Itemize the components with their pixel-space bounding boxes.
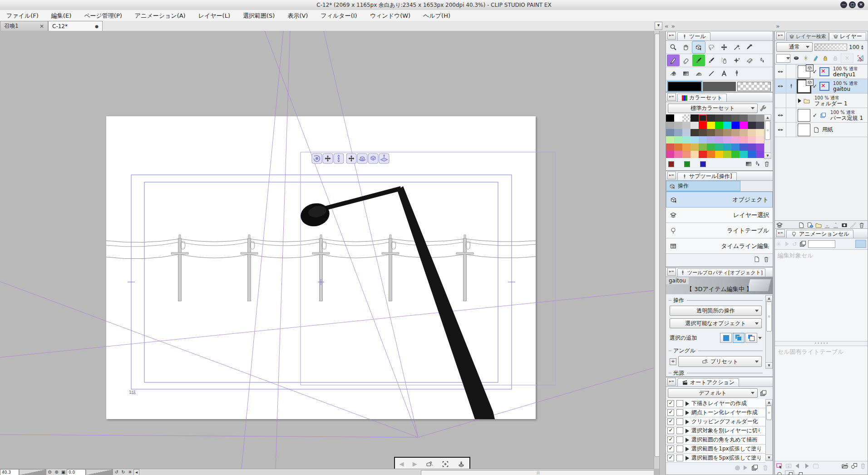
opacity-value[interactable]: 100 — [849, 44, 859, 50]
action-enabled-checkbox[interactable]: ✓ — [667, 400, 674, 407]
color-swatch[interactable] — [731, 114, 740, 122]
menu-animation[interactable]: アニメーション(A) — [128, 10, 192, 21]
color-swatch[interactable] — [666, 129, 674, 136]
rotate-slider[interactable] — [86, 469, 113, 475]
panel-menu-icon[interactable]: ▸≡ — [667, 268, 676, 276]
prev-cel-icon[interactable] — [794, 462, 801, 470]
action-dialog-checkbox[interactable] — [676, 436, 683, 443]
sub-tool-layer-select[interactable]: レイヤー選択 — [666, 208, 773, 223]
visibility-eye-icon[interactable] — [775, 79, 786, 93]
action-dialog-checkbox[interactable] — [676, 427, 683, 434]
auto-action-row[interactable]: ✓下描きレイヤーの作成 — [666, 399, 765, 408]
panel-menu-icon[interactable]: ▸≡ — [667, 172, 676, 179]
gradient-tool[interactable] — [680, 68, 692, 79]
color-swatch[interactable] — [723, 122, 731, 129]
cel-stack-icon[interactable] — [799, 240, 806, 247]
collapse-right-icon[interactable]: » — [670, 23, 676, 30]
history-swatch[interactable] — [700, 161, 706, 167]
expand-play-icon[interactable] — [686, 420, 689, 424]
color-swatch[interactable] — [748, 143, 756, 151]
select-add-button[interactable] — [733, 333, 745, 343]
action-enabled-checkbox[interactable]: ✓ — [667, 445, 674, 452]
auto-action-row[interactable]: ✓選択範囲を1px拡張して塗りつぶし — [666, 445, 765, 454]
color-swatch[interactable] — [756, 114, 764, 122]
next-icon[interactable]: ▶ — [413, 460, 417, 467]
pan-camera-icon[interactable] — [323, 153, 333, 163]
text-tool[interactable] — [718, 68, 730, 79]
tool-property-tab[interactable]: ツールプロパティ[オブジェクト] — [677, 268, 765, 277]
color-swatch[interactable] — [731, 151, 740, 158]
color-swatch[interactable] — [740, 129, 748, 136]
color-swatch[interactable] — [756, 143, 764, 151]
color-swatch[interactable] — [707, 143, 715, 151]
delete-layer-icon[interactable] — [858, 222, 865, 229]
ruler-pen-icon[interactable] — [849, 222, 857, 229]
color-swatch[interactable] — [756, 122, 764, 129]
delete-color-icon[interactable] — [763, 160, 770, 168]
transparent-op-dropdown[interactable]: 透明箇所の操作 — [670, 306, 762, 316]
action-dialog-checkbox[interactable] — [676, 455, 683, 461]
auto-action-row[interactable]: ✓クリッピングフォルダー化 — [666, 417, 765, 426]
sub-tool-tab[interactable]: サブツール[操作] — [677, 172, 737, 180]
scroll-thumb[interactable]: ≡ — [765, 121, 770, 140]
color-swatch[interactable] — [682, 143, 690, 151]
add-colorset-icon[interactable] — [745, 160, 752, 168]
fill-bucket-tool[interactable] — [667, 68, 680, 79]
panel-dropdown-button[interactable]: ▼ — [655, 22, 662, 30]
menu-view[interactable]: 表示(V) — [281, 10, 314, 21]
selectable-obj-dropdown[interactable]: 選択可能なオブジェクト — [670, 318, 762, 328]
layer-tab[interactable]: レイヤー — [829, 32, 866, 40]
color-swatch[interactable] — [690, 143, 699, 151]
new-frame-icon[interactable] — [812, 462, 819, 470]
rotate-camera-icon[interactable] — [312, 153, 322, 163]
color-swatch[interactable] — [756, 129, 764, 136]
layer-row-folder1[interactable]: 100 % 通常 フォルダー 1 — [775, 94, 868, 108]
panel-menu-icon[interactable]: ▸≡ — [776, 229, 785, 237]
add-color-icon[interactable] — [754, 160, 761, 168]
color-swatch[interactable] — [740, 136, 748, 143]
expand-plus-icon[interactable]: + — [670, 358, 676, 365]
scroll-left-icon[interactable]: ◂ — [133, 469, 139, 475]
color-swatch[interactable] — [699, 129, 707, 136]
color-swatch[interactable] — [723, 143, 731, 151]
bulb-paper-button[interactable] — [785, 470, 794, 475]
sub-tool-object[interactable]: オブジェクト — [666, 192, 773, 208]
canvas-horizontal-scrollbar[interactable]: ||| — [139, 470, 654, 475]
color-swatch[interactable] — [748, 136, 756, 143]
action-dialog-checkbox[interactable] — [676, 418, 683, 425]
tool-panel-tab[interactable]: ツール — [677, 32, 710, 40]
color-swatch[interactable] — [740, 151, 748, 158]
merge-up-icon[interactable] — [832, 222, 839, 229]
color-swatch[interactable] — [682, 129, 690, 136]
cel-color-button[interactable] — [855, 240, 866, 248]
auto-action-tab[interactable]: オートアクション — [677, 378, 739, 386]
menu-edit[interactable]: 編集(E) — [45, 10, 78, 21]
decoration-tool[interactable] — [692, 54, 705, 66]
layer-color-swatch[interactable] — [776, 54, 790, 63]
expand-play-icon[interactable] — [686, 438, 689, 442]
opacity-slider[interactable] — [814, 44, 847, 51]
color-swatch[interactable] — [731, 122, 740, 129]
scroll-down-icon[interactable]: ▼ — [766, 455, 772, 460]
next-cel-icon[interactable] — [803, 462, 810, 470]
cel-select-icon[interactable] — [776, 462, 783, 470]
menu-selection[interactable]: 選択範囲(S) — [237, 10, 281, 21]
brush-tool[interactable] — [705, 54, 718, 66]
auto-action-row[interactable]: ✓選択範囲の角を丸めて描画 — [666, 435, 765, 445]
color-swatch[interactable] — [682, 114, 690, 122]
color-swatch[interactable] — [723, 136, 731, 143]
layer-mask-icon[interactable] — [841, 222, 848, 229]
auto-action-preset-dropdown[interactable]: デフォルト — [668, 388, 758, 398]
color-swatch[interactable] — [699, 114, 707, 122]
expand-play-icon[interactable] — [686, 456, 689, 460]
color-swatch[interactable] — [748, 129, 756, 136]
action-enabled-checkbox[interactable]: ✓ — [667, 427, 674, 434]
color-swatch[interactable] — [682, 122, 690, 129]
layer-thumbnail[interactable] — [798, 109, 810, 122]
zoom-out-icon[interactable]: ⊖ — [46, 470, 53, 475]
layer-name[interactable]: パース定規 1 — [830, 115, 863, 121]
color-swatch[interactable] — [707, 136, 715, 143]
layer-row-perspective-ruler[interactable]: ✓ 100 % 通常 パース定規 1 — [775, 108, 868, 123]
move-object-icon[interactable] — [346, 153, 356, 163]
layer-name[interactable]: dentyu1 — [833, 72, 858, 77]
